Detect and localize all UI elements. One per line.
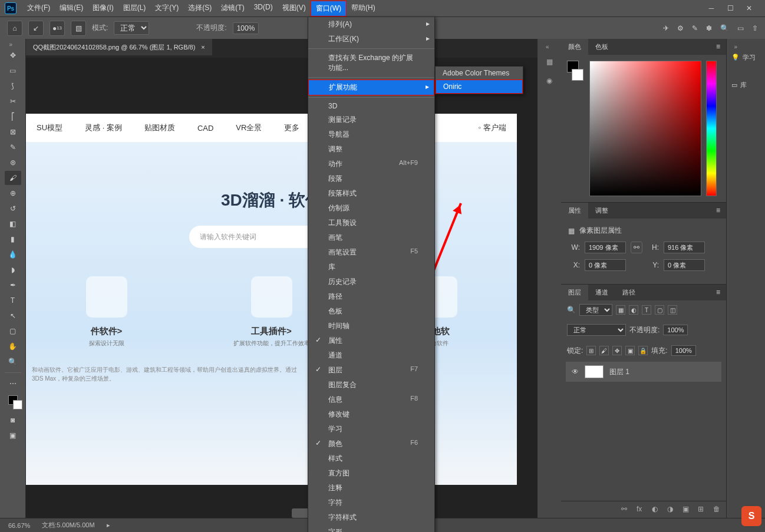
close-tab-icon[interactable]: × (201, 44, 205, 51)
dd-item[interactable]: 测量记录 (308, 113, 434, 127)
history-panel-icon[interactable]: ▦ (543, 55, 556, 68)
mask-icon[interactable]: ◐ (652, 505, 661, 514)
maximize-button[interactable]: ☐ (726, 4, 734, 12)
symmetry-icon[interactable]: ✎ (692, 24, 698, 32)
fill-value[interactable]: 100% (671, 345, 696, 356)
menu-3[interactable]: 图层(L) (118, 1, 151, 16)
link-layers-icon[interactable]: ⚯ (621, 505, 631, 514)
color-field[interactable] (589, 61, 701, 196)
layer-filter-select[interactable]: 类型 (579, 304, 612, 316)
submenu-item-oniric[interactable]: Oniric (436, 80, 523, 94)
opacity-value[interactable]: 100% (233, 22, 259, 34)
blur-tool[interactable]: 💧 (5, 247, 21, 262)
history-brush-tool[interactable]: ↺ (5, 201, 21, 216)
canvas[interactable]: SU模型 灵感 · 案例 贴图材质 CAD VR全景 更多 ◦ 客户端 3D溜溜… (26, 58, 538, 518)
document-tab[interactable]: QQ截图20240624102858.png @ 66.7% (图层 1, RG… (26, 39, 212, 55)
fx-icon[interactable]: fx (637, 505, 646, 514)
actions-panel-icon[interactable]: ◉ (543, 74, 556, 87)
background-swatch[interactable] (13, 400, 22, 409)
hand-tool[interactable]: ✋ (5, 339, 21, 353)
move-tool[interactable]: ✥ (5, 48, 21, 62)
shape-tool[interactable]: ▢ (5, 324, 21, 338)
delete-layer-icon[interactable]: 🗑 (713, 505, 723, 514)
channels-tab[interactable]: 通道 (588, 285, 615, 300)
dd-item[interactable]: 段落 (308, 171, 434, 186)
dd-item[interactable]: 3D (308, 100, 434, 113)
dd-item[interactable]: ✓属性 (308, 333, 434, 348)
swatches-tab[interactable]: 色板 (588, 39, 615, 55)
panel-menu-icon[interactable]: ≡ (710, 285, 726, 300)
dd-item[interactable]: ✓颜色F6 (308, 437, 434, 451)
lock-nest-icon[interactable]: ▣ (625, 346, 635, 355)
adjust-layer-icon[interactable]: ◑ (667, 505, 677, 514)
dd-item[interactable]: 动作Alt+F9 (308, 157, 434, 171)
dd-item[interactable]: 排列(A)▸ (308, 17, 434, 32)
dd-item[interactable]: 字形 (308, 525, 434, 532)
dd-item[interactable]: 历史记录 (308, 275, 434, 289)
workspace-icon[interactable]: ▭ (737, 24, 744, 32)
layer-opacity-value[interactable]: 100% (663, 325, 688, 335)
filter-type-icon[interactable]: T (642, 305, 651, 315)
filter-pixel-icon[interactable]: ▦ (616, 305, 625, 315)
gradient-tool[interactable]: ▮ (5, 232, 21, 246)
screenmode-tool[interactable]: ▣ (5, 428, 21, 442)
brush-preset-icon[interactable]: ↙ (28, 21, 44, 36)
dd-item[interactable]: 字符样式 (308, 510, 434, 525)
group-icon[interactable]: ▣ (682, 505, 692, 514)
layer-row[interactable]: 👁 图层 1 (566, 362, 721, 382)
menu-9[interactable]: 窗口(W) (311, 1, 347, 16)
paths-tab[interactable]: 路径 (615, 285, 642, 300)
swatches[interactable] (8, 395, 18, 412)
lock-all-icon[interactable]: 🔒 (638, 346, 648, 355)
dd-item[interactable]: 图层复合 (308, 378, 434, 392)
menu-0[interactable]: 文件(F) (22, 1, 55, 16)
lock-pos-icon[interactable]: ✥ (612, 346, 622, 355)
pressure-icon[interactable]: ✈ (663, 24, 669, 32)
blend-mode-select[interactable]: 正常 (567, 324, 626, 336)
filter-adjust-icon[interactable]: ◐ (629, 305, 638, 315)
dodge-tool[interactable]: ◗ (5, 263, 21, 277)
hue-strip[interactable] (706, 61, 717, 196)
dd-item[interactable]: ✓图层F7 (308, 363, 434, 378)
height-input[interactable] (664, 242, 705, 253)
learn-item[interactable]: 💡学习 (730, 49, 761, 65)
settings-icon[interactable]: ⚙ (677, 24, 684, 32)
search-icon[interactable]: 🔍 (720, 24, 729, 32)
mode-select[interactable]: 正常 (114, 21, 149, 35)
layers-tab[interactable]: 图层 (561, 285, 588, 300)
menu-2[interactable]: 图像(I) (88, 1, 118, 16)
eraser-tool[interactable]: ◧ (5, 217, 21, 231)
library-item[interactable]: ▭库 (730, 77, 761, 93)
home-icon[interactable]: ⌂ (7, 21, 22, 36)
brush-tip-icon[interactable]: ●13 (50, 21, 65, 36)
zoom-value[interactable]: 66.67% (8, 522, 30, 529)
lock-trans-icon[interactable]: ⊞ (586, 346, 596, 355)
dd-item[interactable]: 样式 (308, 451, 434, 466)
brush-tool[interactable]: 🖌 (5, 171, 21, 185)
y-input[interactable] (664, 259, 705, 271)
dd-item[interactable]: 时间轴 (308, 319, 434, 333)
butterfly-icon[interactable]: ✽ (706, 24, 712, 32)
dd-item[interactable]: 画笔 (308, 230, 434, 245)
crop-tool[interactable]: ⎡ (5, 110, 21, 124)
dd-item[interactable]: 注释 (308, 481, 434, 495)
menu-4[interactable]: 文字(Y) (150, 1, 183, 16)
zoom-tool[interactable]: 🔍 (5, 355, 21, 369)
menu-5[interactable]: 选择(S) (183, 1, 216, 16)
filter-shape-icon[interactable]: ▢ (655, 305, 664, 315)
status-arrow-icon[interactable]: ▸ (107, 521, 110, 529)
dd-item[interactable]: 导航器 (308, 127, 434, 142)
quickmask-tool[interactable]: ◙ (5, 413, 21, 427)
dd-item[interactable]: 通道 (308, 348, 434, 363)
dd-item[interactable]: 画笔设置F5 (308, 245, 434, 260)
panel-menu-icon[interactable]: ≡ (710, 39, 726, 55)
menu-7[interactable]: 3D(D) (249, 1, 278, 16)
type-tool[interactable]: T (5, 293, 21, 308)
dd-item[interactable]: 直方图 (308, 466, 434, 481)
dd-item[interactable]: 信息F8 (308, 392, 434, 407)
dd-item[interactable]: 仿制源 (308, 201, 434, 216)
x-input[interactable] (585, 259, 626, 271)
path-select-tool[interactable]: ↖ (5, 309, 21, 323)
properties-tab[interactable]: 属性 (561, 203, 588, 219)
quick-select-tool[interactable]: ✂ (5, 94, 21, 108)
